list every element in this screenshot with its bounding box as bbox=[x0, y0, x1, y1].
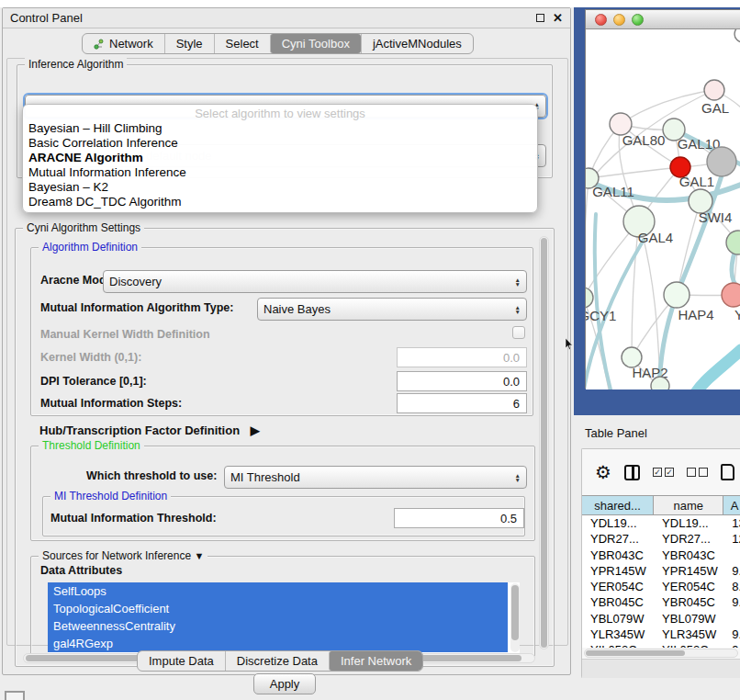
control-panel-window: Control Panel ✕ Network Style Select Cyn… bbox=[2, 7, 571, 675]
apply-button[interactable]: Apply bbox=[253, 673, 316, 694]
cyni-toolbox-panel: Inference Algorithm ▲▼ gal-filtered sif … bbox=[6, 58, 568, 646]
network-node-bottom-node[interactable] bbox=[651, 377, 669, 390]
tab-infer-network[interactable]: Infer Network bbox=[329, 651, 422, 671]
hub-definition-expander[interactable]: Hub/Transcription Factor Definition ▶ bbox=[39, 423, 260, 437]
document-icon[interactable] bbox=[721, 464, 734, 480]
attribute-list-item[interactable]: TopologicalCoefficient bbox=[48, 600, 508, 617]
settings-vertical-scrollbar[interactable] bbox=[539, 236, 549, 649]
table-column-header[interactable]: A bbox=[723, 496, 740, 514]
cyni-bottom-tabbar: Impute Data Discretize Data Infer Networ… bbox=[137, 650, 423, 672]
table-cell: YBR045C bbox=[654, 594, 723, 610]
table-column-header[interactable]: shared... bbox=[582, 496, 654, 514]
data-attributes-list[interactable]: SelfLoopsTopologicalCoefficientBetweenne… bbox=[48, 582, 520, 653]
table-row[interactable]: YLR345WYLR345W9. bbox=[582, 627, 740, 642]
data-attributes-label: Data Attributes bbox=[40, 564, 122, 577]
float-window-icon[interactable] bbox=[536, 14, 544, 22]
table-row[interactable]: YER054CYER054C8. bbox=[582, 579, 740, 594]
dock-handle[interactable] bbox=[5, 691, 25, 700]
table-cell: YBR045C bbox=[582, 594, 654, 610]
table-cell: YPR145W bbox=[654, 563, 723, 579]
table-cell: YDR27... bbox=[582, 531, 654, 547]
dpi-tolerance-field[interactable]: 0.0 bbox=[397, 371, 527, 391]
mi-threshold-definition-title: MI Threshold Definition bbox=[50, 490, 171, 502]
algorithm-option[interactable]: ARACNE Algorithm bbox=[23, 151, 537, 165]
tab-select[interactable]: Select bbox=[214, 34, 270, 53]
algorithm-option[interactable]: Basic Correlation Inference bbox=[23, 136, 537, 151]
combo-stepper-icon: ▲▼ bbox=[510, 305, 521, 314]
checked-columns-icon[interactable]: ✓ ✓ bbox=[653, 468, 674, 477]
close-icon[interactable]: ✕ bbox=[553, 14, 563, 23]
network-node-top-partial[interactable] bbox=[734, 29, 740, 42]
mac-zoom-icon[interactable] bbox=[632, 14, 644, 26]
sources-group: Sources for Network Inference ▼ Data Att… bbox=[30, 556, 535, 657]
network-node-gcy1[interactable] bbox=[586, 288, 593, 308]
right-arrow-icon[interactable]: ▶ bbox=[251, 423, 260, 437]
network-node-label: HAP4 bbox=[678, 307, 713, 322]
table-row[interactable]: YPR145WYPR145W9. bbox=[582, 563, 740, 579]
table-horizontal-scrollbar[interactable] bbox=[584, 649, 738, 658]
unchecked-columns-icon[interactable] bbox=[687, 468, 708, 477]
list-vertical-scrollbar[interactable] bbox=[510, 583, 520, 652]
algorithm-dropdown-popup: Select algorithm to view settings Bayesi… bbox=[22, 104, 538, 213]
network-node-gray-node[interactable] bbox=[707, 147, 736, 176]
mac-close-icon[interactable] bbox=[595, 14, 607, 26]
table-cell: 9. bbox=[723, 594, 740, 610]
network-node-label: SWI4 bbox=[699, 209, 733, 225]
scrollbar-thumb[interactable] bbox=[511, 585, 519, 640]
table-cell bbox=[723, 611, 740, 627]
network-canvas[interactable]: GALGAL80GAL10GAL1GAL11SWI4GAL4GCY1HAP4YH… bbox=[586, 29, 740, 390]
columns-icon[interactable] bbox=[624, 465, 640, 480]
tab-discretize-data[interactable]: Discretize Data bbox=[225, 651, 329, 671]
tab-style[interactable]: Style bbox=[164, 34, 214, 53]
tab-label: Network bbox=[109, 37, 153, 51]
combo-stepper-icon: ▲▼ bbox=[510, 473, 521, 482]
scrollbar-thumb[interactable] bbox=[586, 650, 685, 656]
table-cell: YBL079W bbox=[582, 611, 654, 627]
table-row[interactable]: YBR045CYBR045C9. bbox=[582, 594, 740, 610]
tab-jactivemnodules[interactable]: jActiveMNodules bbox=[361, 34, 473, 53]
tab-impute-data[interactable]: Impute Data bbox=[138, 651, 225, 671]
algorithm-option[interactable]: Dream8 DC_TDC Algorithm bbox=[23, 195, 537, 209]
inference-algorithm-group-title: Inference Algorithm bbox=[25, 58, 127, 71]
table-column-header[interactable]: name bbox=[654, 496, 723, 514]
aracne-mode-combobox[interactable]: Discovery ▲▼ bbox=[103, 270, 527, 293]
algorithm-option[interactable]: Bayesian – K2 bbox=[23, 180, 537, 195]
tab-cyni-toolbox[interactable]: Cyni Toolbox bbox=[270, 34, 361, 53]
mac-minimize-icon[interactable] bbox=[613, 14, 625, 26]
network-node-label: GAL4 bbox=[638, 230, 673, 245]
sources-group-title[interactable]: Sources for Network Inference ▼ bbox=[39, 549, 207, 562]
table-cell: YBR043C bbox=[654, 548, 723, 563]
down-arrow-icon[interactable]: ▼ bbox=[194, 550, 204, 561]
manual-kernel-width-checkbox[interactable] bbox=[512, 326, 525, 339]
network-node-green-right[interactable] bbox=[726, 231, 740, 254]
network-node-gal-top[interactable] bbox=[704, 80, 724, 100]
network-window[interactable]: GALGAL80GAL10GAL1GAL11SWI4GAL4GCY1HAP4YH… bbox=[585, 9, 740, 389]
table-row[interactable]: YIL052CYIL052C9 bbox=[582, 642, 740, 648]
mi-algorithm-type-combobox[interactable]: Naive Bayes ▲▼ bbox=[257, 298, 527, 321]
attribute-list-item[interactable]: SelfLoops bbox=[48, 582, 508, 600]
table-row[interactable]: YDL19...YDL19...13 bbox=[582, 515, 740, 531]
gear-icon[interactable]: ⚙ bbox=[595, 463, 611, 481]
attribute-list-item[interactable]: BetweennessCentrality bbox=[48, 617, 508, 635]
kernel-width-field[interactable]: 0.0 bbox=[397, 347, 527, 367]
table-row[interactable]: YDR27...YDR27...12 bbox=[582, 531, 740, 547]
combo-value: Discovery bbox=[109, 275, 510, 288]
mi-threshold-field[interactable]: 0.5 bbox=[394, 508, 524, 528]
network-node-hap4[interactable] bbox=[664, 282, 690, 308]
tab-network[interactable]: Network bbox=[83, 34, 164, 53]
threshold-definition-title: Threshold Definition bbox=[39, 439, 144, 452]
table-row[interactable]: YBR043CYBR043C bbox=[582, 548, 740, 563]
algorithm-option[interactable]: Bayesian – Hill Climbing bbox=[23, 121, 537, 136]
table-cell: YDL19... bbox=[654, 515, 723, 531]
table-cell: YIL052C bbox=[582, 642, 654, 648]
dropdown-hint: Select algorithm to view settings bbox=[23, 107, 537, 121]
table-cell: YER054C bbox=[582, 579, 654, 594]
mi-steps-field[interactable]: 6 bbox=[397, 393, 527, 413]
table-cell: 9. bbox=[723, 563, 740, 579]
table-row[interactable]: YBL079WYBL079W bbox=[582, 611, 740, 627]
network-node-salmon[interactable] bbox=[722, 283, 740, 307]
which-threshold-combobox[interactable]: MI Threshold ▲▼ bbox=[224, 466, 527, 489]
algorithm-option[interactable]: Mutual Information Inference bbox=[23, 165, 537, 180]
scrollbar-thumb[interactable] bbox=[541, 238, 547, 648]
threshold-definition-group: Threshold Definition Which threshold to … bbox=[30, 446, 535, 541]
